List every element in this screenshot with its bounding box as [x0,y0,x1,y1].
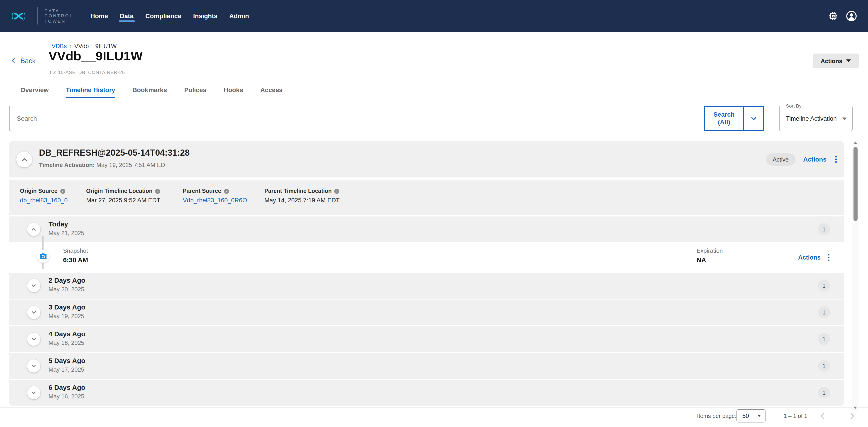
chevron-down-icon [749,114,758,123]
chevron-down-icon [30,309,38,316]
tab-timeline-history[interactable]: Timeline History [66,86,115,98]
timeline-activation-value: May 19, 2025 7:51 AM EDT [96,162,169,168]
expand-day-button[interactable] [27,386,40,399]
search-options-button[interactable] [744,107,763,130]
search-all-button[interactable]: Search (All) [705,107,743,130]
parent-source-link[interactable]: Vdb_rhel83_160_0R6O [183,197,247,204]
day-date: May 17, 2025 [49,366,84,373]
dct-logo-icon [7,10,30,22]
timeline-title: DB_REFRESH@2025-05-14T04:31:28 [39,148,190,158]
day-date: May 21, 2025 [49,230,84,236]
info-icon[interactable] [60,189,65,194]
chevron-up-icon [30,226,38,233]
main-nav: Home Data Compliance Insights Admin [91,0,249,32]
page-title: VVdb__9ILU1W [49,49,143,63]
chevron-left-icon [818,411,828,421]
back-label: Back [21,57,36,64]
items-per-page-label: Items per page: [697,413,737,419]
vertical-scrollbar[interactable] [852,140,859,411]
kebab-menu-icon[interactable] [827,253,830,262]
account-icon[interactable] [846,10,857,22]
day-title: 3 Days Ago [49,303,85,311]
meta-origin-source: Origin Source db_rhel83_160_0 [20,180,68,204]
caret-down-icon [846,59,851,62]
page-actions-button[interactable]: Actions [813,54,859,68]
meta-label: Parent Timeline Location [265,188,332,194]
origin-timeline-location-value: Mar 27, 2025 9:52 AM EDT [86,197,160,204]
tab-hooks[interactable]: Hooks [224,86,243,98]
search-input[interactable] [9,106,764,131]
scroll-up-arrow-icon[interactable] [854,142,857,144]
meta-label: Parent Source [183,188,221,194]
chevron-down-icon [30,389,38,397]
nav-item-insights[interactable]: Insights [193,0,217,32]
nav-item-admin[interactable]: Admin [229,0,249,32]
brand-wordmark: DATA CONTROL TOWER [44,8,73,24]
snapshot-time: 6:30 AM [63,256,88,264]
brand: DATA CONTROL TOWER [0,7,73,25]
detail-tabs: Overview Timeline History Bookmarks Poli… [21,86,282,98]
day-date: May 16, 2025 [49,393,84,400]
nav-item-compliance[interactable]: Compliance [145,0,181,32]
expand-day-button[interactable] [27,306,40,319]
parent-timeline-location-value: May 14, 2025 7:19 AM EDT [265,197,340,204]
tab-polices[interactable]: Polices [184,86,206,98]
day-title: 2 Days Ago [49,276,85,284]
timeline-card-header: DB_REFRESH@2025-05-14T04:31:28 Timeline … [9,141,844,177]
info-icon[interactable] [155,189,160,194]
kebab-menu-icon[interactable] [834,155,838,164]
timeline-day-row: 3 Days Ago May 19, 2025 1 [9,300,844,325]
breadcrumb: VDBs › VVdb__9ILU1W [52,42,117,50]
camera-icon [39,253,47,260]
meta-origin-timeline-location: Origin Timeline Location Mar 27, 2025 9:… [86,180,160,204]
top-nav-bar: DATA CONTROL TOWER Home Data Compliance … [0,0,868,32]
page-actions-label: Actions [820,57,842,64]
expiration-label: Expiration [696,247,723,254]
snapshot-actions-button[interactable]: Actions [798,254,820,261]
expand-day-button[interactable] [27,279,40,292]
tab-access[interactable]: Access [260,86,282,98]
timeline-day-row-today: Today May 21, 2025 1 [9,217,844,242]
day-date: May 18, 2025 [49,339,84,346]
sort-by-value: Timeline Activation [786,115,837,122]
day-title: 4 Days Ago [49,330,85,338]
expand-day-button[interactable] [27,360,40,373]
collapse-card-button[interactable] [16,151,32,167]
search-field-wrap [9,106,764,131]
nav-item-data[interactable]: Data [120,0,133,32]
nav-item-home[interactable]: Home [91,0,108,32]
timeline-activation: Timeline Activation: May 19, 2025 7:51 A… [39,162,169,168]
previous-page-button[interactable] [818,411,828,423]
next-page-button[interactable] [847,411,857,423]
status-badge: Active [766,153,796,165]
snapshot-type-label: Snapshot [63,247,88,254]
sort-by-select[interactable]: Sort By Timeline Activation [779,106,852,131]
tab-overview[interactable]: Overview [21,86,49,98]
tab-bookmarks[interactable]: Bookmarks [132,86,167,98]
origin-source-link[interactable]: db_rhel83_160_0 [20,197,68,204]
items-per-page-value: 50 [742,412,749,419]
breadcrumb-separator: › [69,42,71,50]
search-button-line1: Search [713,111,735,118]
timeline-activation-label: Timeline Activation: [39,162,95,168]
day-title: 6 Days Ago [49,383,85,391]
items-per-page-select[interactable]: 50 [737,409,766,423]
day-count-badge: 1 [818,223,830,235]
info-icon[interactable] [335,189,339,194]
meta-parent-timeline-location: Parent Timeline Location May 14, 2025 7:… [265,180,340,204]
day-title: 5 Days Ago [49,357,85,364]
breadcrumb-vdbs-link[interactable]: VDBs [52,42,67,49]
divider [9,177,844,180]
card-actions-button[interactable]: Actions [803,155,827,163]
scrollbar-thumb[interactable] [853,147,857,221]
day-count-badge: 1 [818,360,830,372]
expand-day-button[interactable] [27,333,40,346]
caret-down-icon [842,117,847,120]
chip-settings-icon[interactable] [828,11,839,21]
scroll-down-arrow-icon[interactable] [854,406,857,409]
back-button[interactable]: Back [10,57,36,64]
search-all-split-button: Search (All) [704,106,764,131]
collapse-day-button[interactable] [27,223,40,236]
page-id: ID: 10-ASE_DB_CONTAINER-26 [50,69,125,75]
info-icon[interactable] [224,189,229,194]
